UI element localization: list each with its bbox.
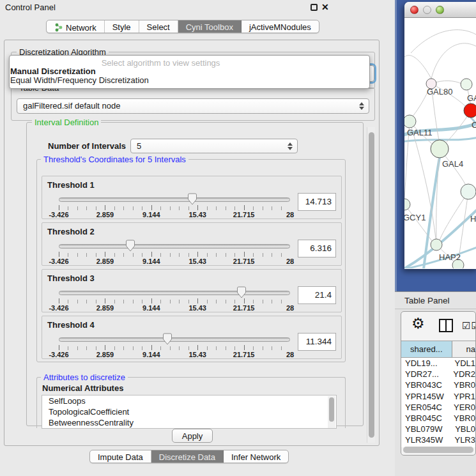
label-hap2: HAP2	[439, 252, 461, 262]
node-gcy1[interactable]	[404, 199, 410, 210]
dropdown-option-equal-width[interactable]: Equal Width/Frequency Discretization	[10, 75, 149, 85]
threshold-1-value-field[interactable]: 14.713	[298, 193, 336, 211]
panel-scrollbar[interactable]	[367, 127, 375, 443]
scrollbar-thumb[interactable]	[329, 397, 334, 422]
column-header-shared-name[interactable]: shared...	[401, 341, 452, 357]
close-traffic-light[interactable]	[410, 6, 418, 14]
slider-scale: -3.426 2.859 9.144 15.43 21.715 28	[59, 211, 290, 219]
threshold-2-slider-handle[interactable]	[125, 240, 135, 252]
threshold-3-panel: Threshold 3 -3.426 2.859 9.144 15.43 21.…	[42, 269, 342, 312]
list-item[interactable]: BetweennessCentrality	[42, 417, 336, 428]
table-data-group: Table Data galFiltered.sif default node	[11, 88, 375, 121]
threshold-1-slider-handle[interactable]	[187, 193, 197, 205]
table-panel-titlebar: Table Panel	[395, 291, 476, 309]
node-top-right[interactable]	[461, 79, 472, 90]
table-row[interactable]: YLR345W YLR3	[401, 434, 475, 445]
scrollbar-thumb[interactable]	[403, 447, 473, 453]
cyni-content-panel: Discretization Algorithm Select algorith…	[4, 40, 380, 446]
threshold-label: Threshold 1	[47, 180, 95, 190]
threshold-1-slider-track[interactable]	[59, 197, 290, 202]
network-nodes[interactable]	[404, 79, 476, 268]
table-row[interactable]: YER054C YER0	[401, 402, 475, 413]
label-gal11: GAL11	[407, 128, 433, 137]
tab-jactivemnodules[interactable]: jActiveMNodules	[242, 20, 319, 33]
table-toolbar: ⚙ ☑☑	[401, 312, 475, 341]
table-panel-title: Table Panel	[404, 296, 450, 305]
node-gal4[interactable]	[431, 140, 449, 158]
cell: YER054C	[401, 402, 448, 413]
cell: YLR345W	[401, 434, 449, 445]
table-panel-widget: ⚙ ☑☑ shared... na YDL19... YDL1 YDR27...…	[401, 311, 476, 456]
table-row[interactable]: YBR043C YBR0	[401, 380, 475, 390]
num-intervals-select[interactable]: 5	[130, 139, 298, 153]
threshold-2-value-field[interactable]: 6.316	[298, 240, 336, 257]
tab-select[interactable]: Select	[139, 20, 178, 33]
tab-cyni-toolbox[interactable]: Cyni Toolbox	[178, 20, 242, 33]
scrollbar-thumb[interactable]	[369, 132, 374, 438]
tab-label: Network	[66, 23, 96, 33]
cell: YBR043C	[401, 380, 448, 390]
table-data-select[interactable]: galFiltered.sif default node	[17, 98, 369, 114]
network-view-window: GAL80 GA C GAL11 GAL4 GCY1 H HAP2	[404, 2, 476, 269]
table-data-value: galFiltered.sif default node	[23, 101, 120, 111]
threshold-2-panel: Threshold 2 -3.426 2.859 9.144 15.43 21.…	[42, 222, 342, 266]
cell: YER0	[448, 402, 475, 413]
table-row[interactable]: YBR045C YBR0	[401, 413, 475, 424]
tab-style[interactable]: Style	[105, 20, 139, 33]
slider-ticks	[59, 205, 290, 210]
interval-definition-group: Interval Definition Number of Intervals …	[26, 122, 364, 426]
slider-ticks	[59, 298, 290, 303]
tab-infer-network[interactable]: Infer Network	[224, 450, 288, 463]
table-row[interactable]: YDL19... YDL1	[401, 358, 475, 369]
checkbox-icons[interactable]: ☑☑	[462, 320, 476, 332]
label-gal80: GAL80	[427, 87, 452, 96]
gear-icon[interactable]: ⚙	[411, 316, 425, 331]
cell: YPR145W	[401, 391, 448, 402]
table-row[interactable]: YDR27... YDR2	[401, 369, 475, 380]
cell: YBL079W	[401, 424, 449, 434]
top-tab-bar: Network Style Select Cyni Toolbox jActiv…	[46, 20, 319, 33]
table-horizontal-scrollbar[interactable]	[403, 447, 473, 453]
cell: YBR045C	[401, 413, 448, 424]
threshold-2-slider-track[interactable]	[59, 244, 290, 249]
zoom-traffic-light[interactable]	[436, 6, 444, 14]
tab-impute-data[interactable]: Impute Data	[90, 450, 151, 463]
table-row[interactable]: YPR145W YPR1	[401, 391, 475, 402]
threshold-label: Threshold 4	[47, 320, 95, 330]
cell: YPR1	[448, 391, 475, 402]
threshold-1-panel: Threshold 1 -3.426 2.859 9.144 15.43 21.…	[42, 176, 342, 219]
threshold-4-slider-handle[interactable]	[162, 333, 173, 345]
list-item[interactable]: TopologicalCoefficient	[42, 406, 336, 417]
close-icon[interactable]: ✕	[321, 2, 329, 12]
node-hap2[interactable]	[431, 239, 442, 250]
slider-scale: -3.426 2.859 9.144 15.43 21.715 28	[59, 351, 290, 358]
apply-button[interactable]: Apply	[172, 429, 213, 443]
tab-discretize-data[interactable]: Discretize Data	[151, 450, 224, 463]
minimize-traffic-light[interactable]	[423, 6, 431, 14]
slider-ticks	[59, 345, 290, 350]
node-h[interactable]	[461, 184, 476, 199]
cell: YBL0	[449, 424, 475, 434]
table-row[interactable]: YBL079W YBL0	[401, 424, 475, 434]
tab-network[interactable]: Network	[47, 20, 105, 33]
cell: YBR0	[448, 380, 475, 390]
node-gal11[interactable]	[404, 115, 416, 128]
split-columns-icon[interactable]	[439, 319, 453, 332]
list-item[interactable]: SelfLoops	[42, 395, 336, 406]
dropdown-option-manual[interactable]: Manual Discretization	[10, 66, 96, 76]
combo-arrows-icon	[359, 102, 364, 110]
threshold-3-value-field[interactable]: 21.4	[298, 286, 336, 304]
column-header-name[interactable]: na	[452, 341, 475, 357]
float-window-icon[interactable]	[311, 4, 318, 11]
threshold-4-slider-track[interactable]	[59, 337, 290, 342]
table-header-row: shared... na	[401, 341, 475, 358]
label-partial-c: C	[472, 120, 476, 130]
network-canvas[interactable]: GAL80 GA C GAL11 GAL4 GCY1 H HAP2	[404, 18, 476, 268]
network-graph: GAL80 GA C GAL11 GAL4 GCY1 H HAP2	[404, 18, 476, 268]
cell: YDR27...	[401, 369, 447, 380]
threshold-4-value-field[interactable]: 11.344	[298, 333, 336, 351]
threshold-3-slider-handle[interactable]	[236, 286, 247, 298]
threshold-3-slider-track[interactable]	[59, 291, 290, 295]
node-red-selected[interactable]	[464, 104, 476, 118]
attributes-list-scrollbar[interactable]	[328, 396, 335, 429]
